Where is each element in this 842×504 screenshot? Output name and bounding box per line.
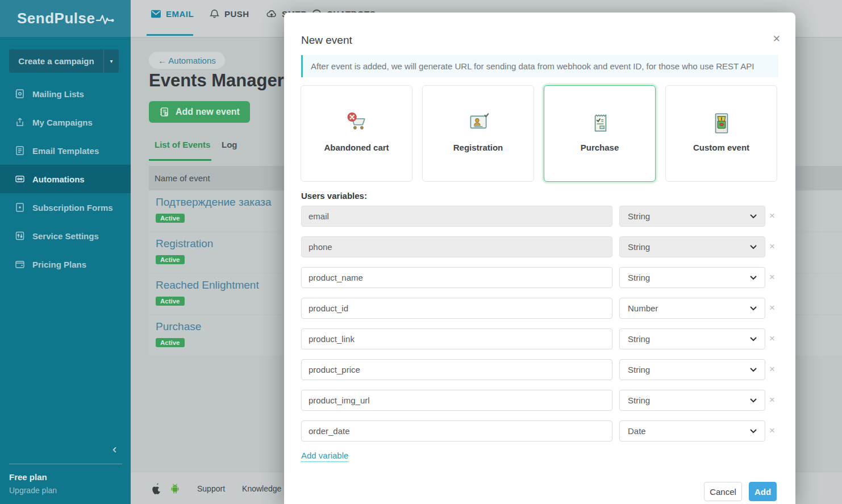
remove-variable-icon[interactable]: × xyxy=(769,395,775,405)
event-type-abandoned-cart[interactable]: Abandoned cart xyxy=(301,85,412,182)
remove-variable-icon[interactable]: × xyxy=(769,426,775,435)
event-name-link[interactable]: Registration xyxy=(156,238,213,250)
variable-type-select[interactable]: String xyxy=(619,390,765,411)
plan-name: Free plan xyxy=(9,472,47,482)
sidebar-item-automations[interactable]: Automations xyxy=(0,165,131,193)
purchase-icon xyxy=(587,111,613,135)
variable-type-select[interactable]: String xyxy=(619,236,765,257)
sidebar-collapse-button[interactable]: ‹ xyxy=(112,443,116,456)
chevron-down-icon xyxy=(750,337,757,341)
sidebar-item-pricing-plans[interactable]: Pricing Plans xyxy=(0,250,131,278)
status-badge: Active xyxy=(156,338,185,347)
sidebar-item-service-settings[interactable]: Service Settings xyxy=(0,222,131,250)
pulse-icon xyxy=(96,13,114,27)
remove-variable-icon[interactable]: × xyxy=(769,272,775,282)
chevron-down-icon xyxy=(750,214,757,219)
sidebar-item-label: Mailing Lists xyxy=(32,89,84,99)
status-badge: Active xyxy=(156,297,185,306)
variable-type-select[interactable]: String xyxy=(619,267,765,288)
remove-variable-icon[interactable]: × xyxy=(769,241,775,251)
variable-type-select[interactable]: String xyxy=(619,328,765,349)
event-type-custom[interactable]: Custom event xyxy=(665,85,777,182)
custom-event-icon xyxy=(708,111,735,135)
add-variable-link[interactable]: Add variable xyxy=(301,451,348,462)
add-button[interactable]: Add xyxy=(749,482,777,501)
event-name-link[interactable]: Подтверждение заказа xyxy=(156,196,272,209)
tab-push[interactable]: PUSH xyxy=(209,9,249,19)
remove-variable-icon[interactable]: × xyxy=(769,303,775,313)
variable-type-select[interactable]: Number xyxy=(619,298,765,319)
breadcrumb[interactable]: ← Automations xyxy=(149,52,225,69)
variable-type-select[interactable]: String xyxy=(619,206,765,227)
variable-name-input[interactable] xyxy=(301,236,612,257)
event-type-registration[interactable]: Registration xyxy=(422,85,534,182)
remove-variable-icon[interactable]: × xyxy=(769,211,775,220)
tab-email[interactable]: EMAIL xyxy=(151,9,194,19)
apple-icon[interactable] xyxy=(151,482,162,495)
remove-variable-icon[interactable]: × xyxy=(769,334,775,343)
event-type-label: Abandoned cart xyxy=(324,143,389,152)
sidebar-item-subscription-forms[interactable]: Subscription Forms xyxy=(0,193,131,222)
sidebar-item-mailing-lists[interactable]: Mailing Lists xyxy=(0,80,131,108)
close-icon[interactable]: ✕ xyxy=(773,33,781,45)
email-icon xyxy=(151,9,161,19)
new-event-modal: New event ✕ After event is added, we wil… xyxy=(284,13,795,504)
android-icon[interactable] xyxy=(169,482,181,495)
mailing-lists-icon xyxy=(15,89,25,99)
chevron-down-icon xyxy=(750,429,757,434)
bell-icon xyxy=(209,9,220,19)
sendpulse-logo[interactable]: SendPulse xyxy=(17,10,114,27)
variable-row: String × xyxy=(284,206,795,227)
status-badge: Active xyxy=(156,214,185,223)
tab-push-label: PUSH xyxy=(224,9,249,19)
event-type-label: Purchase xyxy=(581,143,619,152)
sidebar-item-label: My Campaigns xyxy=(32,118,93,127)
variable-name-input[interactable] xyxy=(301,328,612,349)
variable-type-select[interactable]: Date xyxy=(619,420,765,441)
variable-name-input[interactable] xyxy=(301,206,612,227)
chevron-down-icon xyxy=(750,368,757,372)
tab-log[interactable]: Log xyxy=(222,140,237,149)
templates-icon xyxy=(15,145,25,156)
upgrade-plan-link[interactable]: Upgrade plan xyxy=(9,486,57,495)
tab-list-of-events[interactable]: List of Events xyxy=(155,140,210,149)
variable-name-input[interactable] xyxy=(301,390,612,411)
sidebar-item-my-campaigns[interactable]: My Campaigns xyxy=(0,108,131,136)
sidebar: SendPulse Create a campaign ▾ Mailing Li… xyxy=(0,0,131,504)
variable-row: String × xyxy=(284,236,795,257)
remove-variable-icon[interactable]: × xyxy=(769,364,775,374)
variable-name-input[interactable] xyxy=(301,267,612,288)
chevron-down-icon xyxy=(750,398,757,403)
events-tab-underline xyxy=(149,159,211,161)
variable-name-input[interactable] xyxy=(301,359,612,380)
selected-type: String xyxy=(628,242,650,252)
create-campaign-label: Create a campaign xyxy=(9,56,103,66)
variable-name-input[interactable] xyxy=(301,420,612,441)
selected-type: Date xyxy=(628,426,646,436)
add-new-event-button[interactable]: Add new event xyxy=(149,101,250,123)
variable-name-input[interactable] xyxy=(301,298,612,319)
settings-icon xyxy=(15,231,25,241)
sidebar-divider xyxy=(9,464,122,464)
support-link[interactable]: Support xyxy=(197,484,225,493)
variable-row: String × xyxy=(284,267,795,288)
variable-row: String × xyxy=(284,328,795,349)
chevron-left-icon: ‹ xyxy=(112,442,116,456)
sidebar-item-label: Pricing Plans xyxy=(32,260,86,269)
automations-icon xyxy=(15,174,25,184)
sidebar-item-label: Service Settings xyxy=(32,231,99,241)
event-name-link[interactable]: Reached Enlightment xyxy=(156,279,259,291)
event-name-link[interactable]: Purchase xyxy=(156,320,201,333)
sidebar-item-email-templates[interactable]: Email Templates xyxy=(0,136,131,165)
caret-down-icon: ▾ xyxy=(110,58,112,64)
active-tab-underline xyxy=(147,34,193,36)
info-banner: After event is added, we will generate U… xyxy=(301,55,778,77)
create-campaign-caret[interactable]: ▾ xyxy=(103,49,119,73)
cloud-upload-icon xyxy=(266,9,277,19)
create-campaign-button[interactable]: Create a campaign ▾ xyxy=(9,49,119,73)
chevron-down-icon xyxy=(750,306,757,311)
sidebar-item-label: Automations xyxy=(32,174,85,184)
event-type-purchase[interactable]: Purchase xyxy=(544,85,656,182)
variable-type-select[interactable]: String xyxy=(619,359,765,380)
cancel-button[interactable]: Cancel xyxy=(704,482,742,501)
